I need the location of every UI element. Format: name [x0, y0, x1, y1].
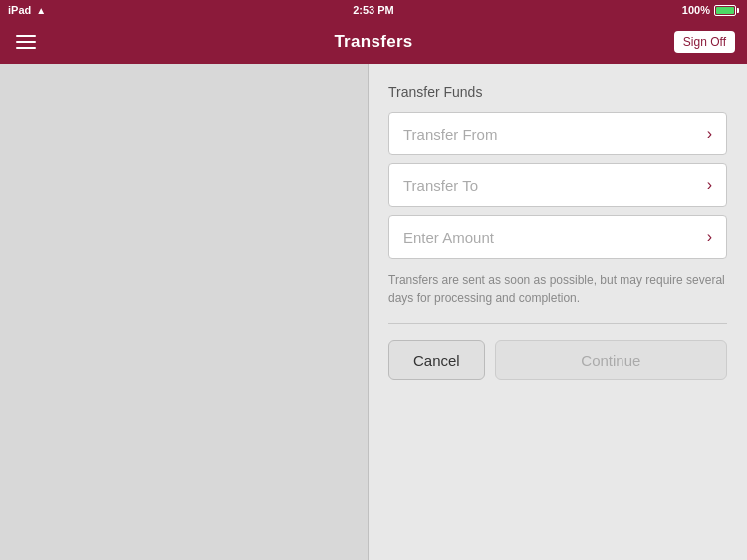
app-header: Transfers Sign Off — [0, 20, 747, 64]
transfer-to-label: Transfer To — [403, 177, 478, 194]
hamburger-line-2 — [16, 41, 36, 43]
cancel-button[interactable]: Cancel — [388, 340, 485, 380]
wifi-icon: ▲ — [36, 5, 46, 16]
device-label: iPad — [8, 4, 31, 16]
transfer-from-field[interactable]: Transfer From › — [388, 112, 727, 155]
battery-icon — [714, 5, 739, 16]
status-left: iPad ▲ — [8, 4, 46, 16]
transfer-from-label: Transfer From — [403, 126, 497, 142]
right-panel: Transfer Funds Transfer From › Transfer … — [369, 64, 747, 560]
enter-amount-chevron-icon: › — [707, 228, 712, 246]
info-text: Transfers are sent as soon as possible, … — [388, 271, 727, 324]
hamburger-line-3 — [16, 47, 36, 49]
status-bar: iPad ▲ 2:53 PM 100% — [0, 0, 747, 20]
left-panel — [0, 64, 369, 560]
enter-amount-label: Enter Amount — [403, 229, 494, 246]
menu-button[interactable] — [12, 31, 40, 53]
section-title: Transfer Funds — [388, 84, 727, 100]
hamburger-line-1 — [16, 35, 36, 37]
sign-off-button[interactable]: Sign Off — [674, 31, 735, 53]
enter-amount-field[interactable]: Enter Amount › — [388, 215, 727, 259]
battery-percent: 100% — [682, 4, 710, 16]
status-right: 100% — [682, 4, 739, 16]
transfer-from-chevron-icon: › — [707, 125, 712, 142]
continue-button: Continue — [495, 340, 727, 380]
main-layout: Transfer Funds Transfer From › Transfer … — [0, 64, 747, 560]
button-row: Cancel Continue — [388, 340, 727, 380]
transfer-to-chevron-icon: › — [707, 176, 712, 194]
header-title: Transfers — [334, 32, 412, 52]
status-time: 2:53 PM — [353, 4, 394, 16]
transfer-to-field[interactable]: Transfer To › — [388, 163, 727, 207]
